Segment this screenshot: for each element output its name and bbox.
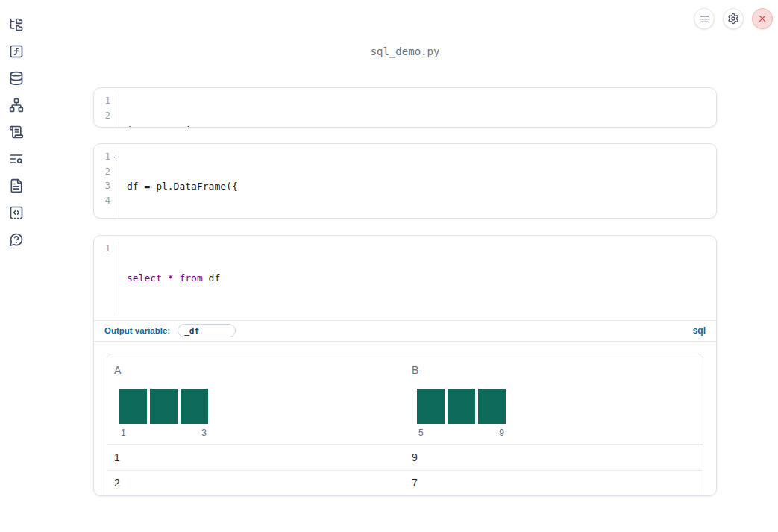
line-number: 1 <box>94 242 119 257</box>
notebook-filename: sql_demo.py <box>93 46 717 57</box>
code-token: df = pl.DataFrame({ <box>127 181 238 192</box>
cell-output: A 1 3 B <box>94 342 716 497</box>
histogram-axis-labels: 1 3 <box>119 428 208 438</box>
code-token: as <box>209 125 221 128</box>
histogram-min-label: 1 <box>121 428 126 438</box>
column-name[interactable]: A <box>114 364 405 376</box>
code-line: df = pl.DataFrame({ <box>127 179 716 194</box>
folder-tree-icon[interactable] <box>9 17 24 32</box>
histogram-max-label: 3 <box>201 428 207 438</box>
sql-cell: 1 select * from df Output variable: _df … <box>93 235 717 496</box>
code-editor[interactable]: 1 2 import marimo as mo import polars as… <box>94 88 716 128</box>
code-token: select <box>127 272 162 284</box>
histogram-max-label: 9 <box>499 428 504 438</box>
column-header-b: B 5 9 <box>405 354 703 444</box>
code-cell-imports: 1 2 import marimo as mo import polars as… <box>93 87 717 128</box>
code-content: select * from df <box>119 242 716 315</box>
table-cell: 3 <box>107 496 405 497</box>
histogram-axis-labels: 5 9 <box>417 428 506 438</box>
column-histogram: 1 3 <box>119 389 405 438</box>
gear-icon <box>727 13 739 25</box>
sql-code-editor[interactable]: 1 select * from df <box>94 236 716 321</box>
helper-panel-sidebar <box>0 0 33 532</box>
histogram-bar <box>478 389 506 424</box>
output-variable-row: Output variable: _df sql <box>94 321 716 342</box>
column-header-a: A 1 3 <box>107 354 405 444</box>
code-content: df = pl.DataFrame({ "A": [1, 2, 3], "B":… <box>119 150 716 219</box>
network-icon[interactable] <box>9 98 24 113</box>
code-square-icon[interactable] <box>9 205 24 220</box>
notebook-actions <box>694 8 773 29</box>
list-search-icon[interactable] <box>9 151 24 166</box>
settings-button[interactable] <box>723 8 744 29</box>
code-cell-dataframe: 1 2 3 4 df = pl.DataFrame({ "A": [1, 2, … <box>93 143 717 219</box>
table-row: 2 7 <box>107 470 703 495</box>
table-header: A 1 3 B <box>107 354 703 445</box>
file-text-icon[interactable] <box>9 178 24 193</box>
table-cell: 2 <box>107 471 405 495</box>
language-badge: sql <box>693 325 706 336</box>
line-number: 3 <box>94 179 119 194</box>
close-icon <box>757 13 768 24</box>
histogram-bar <box>119 389 147 424</box>
menu-icon <box>699 13 710 25</box>
dataframe-table: A 1 3 B <box>107 354 703 497</box>
help-circle-icon[interactable] <box>9 232 24 247</box>
code-token: import <box>127 125 162 128</box>
table-cell: 5 <box>405 496 703 497</box>
line-number: 1 <box>94 150 119 165</box>
line-number: 2 <box>94 109 119 124</box>
histogram-bar <box>448 389 475 424</box>
line-number-gutter: 1 2 3 4 <box>94 150 119 219</box>
line-number: 4 <box>94 194 119 209</box>
column-name[interactable]: B <box>412 364 703 376</box>
code-line: select * from df <box>127 271 716 286</box>
line-number: 1 <box>94 94 119 109</box>
code-content: import marimo as mo import polars as pl <box>119 94 716 128</box>
fold-toggle-icon[interactable] <box>111 154 118 160</box>
histogram-bar <box>181 389 208 424</box>
line-number: 2 <box>94 165 119 180</box>
output-variable-input[interactable]: _df <box>178 324 236 337</box>
table-cell: 7 <box>405 471 703 495</box>
histogram-bar <box>150 389 178 424</box>
scroll-icon[interactable] <box>9 125 24 140</box>
database-icon[interactable] <box>9 71 24 86</box>
code-token: marimo <box>162 125 209 128</box>
code-token: from <box>179 272 202 284</box>
table-row: 1 9 <box>107 445 703 470</box>
line-number-gutter: 1 2 <box>94 94 119 128</box>
menu-button[interactable] <box>694 8 715 29</box>
code-token: df <box>203 272 220 284</box>
histogram-min-label: 5 <box>418 428 424 438</box>
code-token: mo <box>220 125 237 128</box>
function-square-icon[interactable] <box>9 44 24 59</box>
histogram-bar <box>417 389 445 424</box>
column-histogram: 5 9 <box>417 389 703 438</box>
code-token <box>162 272 168 284</box>
line-number-text: 1 <box>105 151 110 162</box>
code-line: import marimo as mo <box>127 123 716 128</box>
table-cell: 1 <box>107 445 405 470</box>
code-token: * <box>168 272 174 284</box>
table-cell: 9 <box>405 445 703 470</box>
code-editor[interactable]: 1 2 3 4 df = pl.DataFrame({ "A": [1, 2, … <box>94 144 716 219</box>
shutdown-button[interactable] <box>752 8 773 29</box>
output-variable-label: Output variable: <box>104 326 170 335</box>
histogram-bars <box>119 389 208 424</box>
table-row: 3 5 <box>107 495 703 497</box>
line-number-gutter: 1 <box>94 242 119 315</box>
histogram-bars <box>417 389 506 424</box>
